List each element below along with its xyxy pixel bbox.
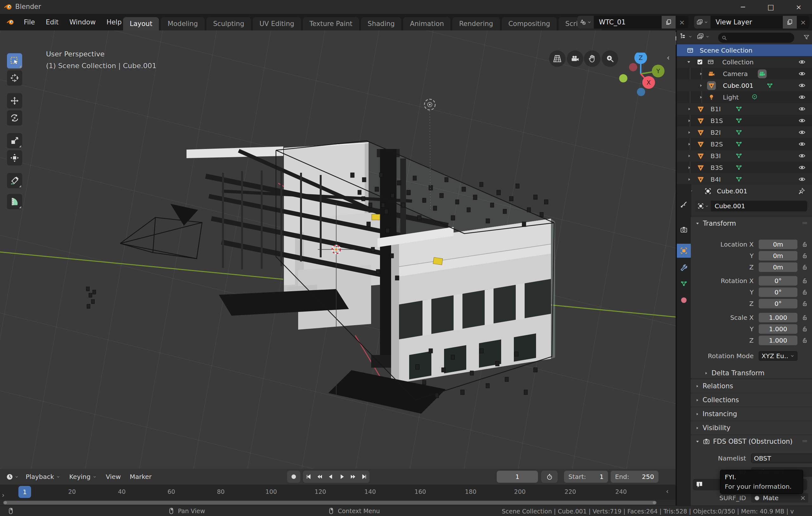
tab-layout[interactable]: Layout: [123, 17, 159, 30]
tool-cursor[interactable]: [7, 70, 22, 86]
axis-gizmo[interactable]: Z Y X: [617, 53, 668, 103]
location-y-field[interactable]: 0m: [759, 251, 798, 261]
outliner-row-b4i[interactable]: B4I: [677, 173, 812, 184]
outliner-row-b3i[interactable]: B3I: [677, 150, 812, 162]
tab-animation[interactable]: Animation: [403, 17, 451, 30]
rotation-mode-dropdown[interactable]: XYZ Eu..: [759, 351, 798, 361]
surf-clear-button[interactable]: ×: [800, 494, 806, 502]
scene-name-field[interactable]: WTC_01: [594, 19, 662, 26]
menu-edit[interactable]: Edit: [40, 14, 64, 30]
menu-keying[interactable]: Keying: [65, 471, 101, 483]
section-visibility[interactable]: Visibility: [691, 421, 812, 434]
pan-view-button[interactable]: [584, 51, 601, 67]
delta-transform-header[interactable]: Delta Transform: [704, 369, 764, 377]
current-frame-field[interactable]: 1: [497, 471, 538, 483]
outliner-row-b2i[interactable]: B2I: [677, 126, 812, 138]
timeline-ruler[interactable]: 1 20 40 60 80 100 120 140 160 180 200 22…: [0, 485, 676, 500]
tab-render[interactable]: [677, 223, 691, 237]
current-frame-badge[interactable]: 1: [19, 486, 31, 498]
outliner-row-scene-collection[interactable]: Scene Collection: [677, 44, 812, 56]
pin-icon[interactable]: [798, 187, 805, 195]
tool-transform[interactable]: [7, 150, 22, 165]
eye-icon[interactable]: [799, 141, 806, 148]
lock-icon[interactable]: [801, 314, 808, 321]
scale-y-field[interactable]: 1.000: [759, 324, 798, 334]
tab-modeling[interactable]: Modeling: [161, 17, 205, 30]
tab-uv-editing[interactable]: UV Editing: [253, 17, 301, 30]
outliner-editor-type-button[interactable]: [679, 33, 692, 40]
prev-keyframe-button[interactable]: [314, 471, 325, 483]
outliner-row-b1s[interactable]: B1S: [677, 115, 812, 126]
fds-obst-header[interactable]: FDS OBST (Obstruction): [695, 438, 793, 445]
outliner-row-b1i[interactable]: B1I: [677, 103, 812, 115]
tool-rotate[interactable]: [7, 110, 22, 125]
start-frame-field[interactable]: Start:1: [564, 471, 608, 483]
menu-view[interactable]: View: [101, 471, 125, 483]
lock-icon[interactable]: [801, 241, 808, 248]
timeline-scrollbar[interactable]: [3, 501, 657, 505]
zoom-view-button[interactable]: [602, 51, 618, 67]
tab-tool[interactable]: [677, 198, 691, 211]
lock-icon[interactable]: [801, 337, 808, 344]
panel-grip[interactable]: [801, 220, 809, 226]
object-name-input[interactable]: Cube.001: [711, 201, 807, 211]
timeline-collapse-icon[interactable]: [665, 489, 670, 494]
panel-grip[interactable]: [801, 438, 809, 444]
eye-icon[interactable]: [799, 164, 806, 171]
tool-move[interactable]: [7, 93, 22, 109]
lock-icon[interactable]: [801, 252, 808, 259]
location-x-field[interactable]: 0m: [759, 240, 798, 249]
surf-material-selector[interactable]: Mate ×: [751, 493, 808, 503]
tab-object-data[interactable]: [677, 277, 691, 291]
eye-icon[interactable]: [799, 129, 806, 136]
outliner-row-camera[interactable]: Camera: [677, 68, 812, 80]
lock-icon[interactable]: [801, 289, 808, 296]
section-collections[interactable]: Collections: [691, 393, 812, 407]
viewport-canvas[interactable]: User Perspective (1) Scene Collection | …: [0, 30, 676, 469]
view-layer-name-field[interactable]: View Layer: [710, 19, 783, 26]
outliner-display-mode-button[interactable]: [697, 33, 709, 40]
tab-rendering[interactable]: Rendering: [452, 17, 499, 30]
tool-scale[interactable]: [7, 133, 22, 148]
rotation-y-field[interactable]: 0°: [759, 287, 798, 297]
tool-select-box[interactable]: [7, 53, 22, 68]
lock-icon[interactable]: [801, 264, 808, 271]
rotation-x-field[interactable]: 0°: [759, 276, 798, 285]
outliner-row-b3s[interactable]: B3S: [677, 162, 812, 173]
tab-compositing[interactable]: Compositing: [502, 17, 557, 30]
tab-shading[interactable]: Shading: [361, 17, 401, 30]
lock-icon[interactable]: [801, 326, 808, 332]
scale-z-field[interactable]: 1.000: [759, 336, 798, 345]
eye-icon[interactable]: [799, 176, 806, 183]
scene-unlink-button[interactable]: ×: [676, 16, 688, 29]
eye-icon[interactable]: [799, 82, 806, 89]
eye-icon[interactable]: [799, 58, 806, 66]
play-button[interactable]: [336, 471, 347, 483]
section-relations[interactable]: Relations: [691, 380, 812, 393]
namelist-dropdown[interactable]: OBST: [751, 454, 812, 463]
close-button[interactable]: ×: [790, 0, 808, 14]
maximize-button[interactable]: □: [762, 0, 780, 14]
scene-browse-button[interactable]: [577, 16, 594, 29]
outliner-row-cube-001[interactable]: Cube.001: [677, 80, 812, 91]
jump-end-button[interactable]: [358, 471, 370, 483]
outliner-search-input[interactable]: [718, 33, 794, 43]
tool-annotate[interactable]: [7, 173, 22, 188]
toggle-perspective-button[interactable]: [549, 51, 566, 67]
outliner-row-b2s[interactable]: B2S: [677, 138, 812, 150]
view-layer-remove-button[interactable]: ×: [797, 16, 809, 29]
scene-new-button[interactable]: [662, 16, 676, 29]
menu-marker[interactable]: Marker: [125, 471, 156, 483]
outliner-row-light[interactable]: Light: [677, 91, 812, 103]
lock-icon[interactable]: [801, 300, 808, 307]
eye-icon[interactable]: [799, 105, 806, 113]
eye-icon[interactable]: [799, 152, 806, 159]
lock-icon[interactable]: [801, 277, 808, 284]
minimize-button[interactable]: ─: [734, 0, 752, 14]
location-z-field[interactable]: 0m: [759, 263, 798, 272]
eye-icon[interactable]: [799, 93, 806, 101]
tab-sculpting[interactable]: Sculpting: [206, 17, 251, 30]
eye-icon[interactable]: [799, 70, 806, 77]
play-reverse-button[interactable]: [325, 471, 336, 483]
transform-panel-header[interactable]: Transform: [695, 220, 736, 227]
